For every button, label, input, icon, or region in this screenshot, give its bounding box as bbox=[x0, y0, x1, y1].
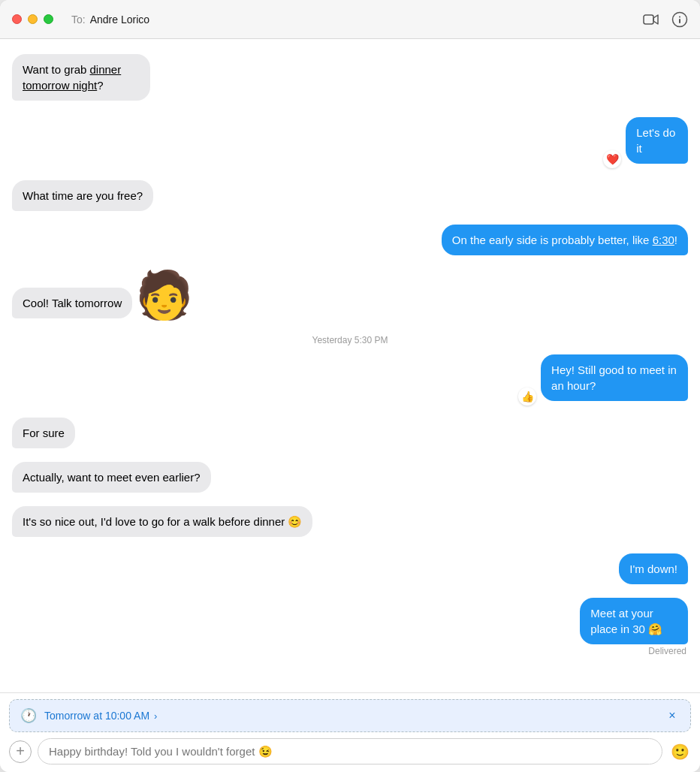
message-bubble[interactable]: Want to grab dinner tomorrow night? bbox=[12, 54, 150, 101]
info-button[interactable] bbox=[671, 11, 688, 28]
message-bubble[interactable]: It's so nice out, I'd love to go for a w… bbox=[12, 506, 312, 537]
message-bubble[interactable]: I'm down! bbox=[619, 553, 688, 584]
to-label: To: bbox=[71, 14, 86, 26]
message-bubble[interactable]: Hey! Still good to meet in an hour? bbox=[541, 354, 688, 401]
message-bubble[interactable]: What time are you free? bbox=[12, 180, 153, 211]
message-input[interactable] bbox=[38, 738, 662, 764]
chat-area: Want to grab dinner tomorrow night? ❤️ L… bbox=[0, 39, 700, 692]
minimize-button[interactable] bbox=[28, 14, 38, 24]
clock-icon: 🕐 bbox=[20, 707, 37, 724]
input-row: + 🙂 bbox=[9, 738, 691, 764]
incoming-stack: Want to grab dinner tomorrow night? bbox=[12, 54, 216, 101]
message-row: Actually, want to meet even earlier? bbox=[12, 462, 688, 493]
traffic-lights bbox=[12, 14, 53, 24]
close-button[interactable] bbox=[12, 14, 22, 24]
scheduled-left: 🕐 Tomorrow at 10:00 AM › bbox=[20, 707, 157, 724]
message-row: For sure bbox=[12, 418, 688, 448]
add-icon: + bbox=[16, 743, 25, 760]
timestamp: Yesterday 5:30 PM bbox=[12, 335, 688, 345]
chevron-icon: › bbox=[154, 710, 157, 722]
message-row: Cool! Talk tomorrow 🧑 bbox=[12, 272, 688, 318]
emoji-button[interactable]: 🙂 bbox=[668, 740, 691, 763]
dinner-link[interactable]: dinner tomorrow night bbox=[23, 63, 121, 92]
input-area: 🕐 Tomorrow at 10:00 AM › × + 🙂 bbox=[0, 692, 700, 772]
message-row: 👍 Hey! Still good to meet in an hour? bbox=[12, 354, 688, 401]
outgoing-stack: 👍 Hey! Still good to meet in an hour? bbox=[472, 354, 688, 401]
titlebar-actions bbox=[643, 11, 688, 28]
svg-point-2 bbox=[679, 16, 680, 17]
time-link[interactable]: 6:30 bbox=[653, 234, 674, 246]
outgoing-stack: ❤️ Let's do it bbox=[596, 117, 688, 164]
thumbsup-tapback: 👍 bbox=[518, 388, 536, 406]
add-button[interactable]: + bbox=[9, 740, 32, 763]
message-row: Meet at your place in 30 🤗 Delivered bbox=[12, 598, 688, 656]
scheduled-time[interactable]: Tomorrow at 10:00 AM › bbox=[44, 710, 157, 722]
message-bubble[interactable]: Let's do it bbox=[626, 117, 688, 164]
outgoing-stack: Meet at your place in 30 🤗 Delivered bbox=[530, 598, 688, 656]
svg-rect-3 bbox=[679, 19, 680, 23]
message-bubble[interactable]: On the early side is probably better, li… bbox=[442, 225, 688, 255]
titlebar: To: Andre Lorico bbox=[0, 0, 700, 39]
message-bubble[interactable]: Meet at your place in 30 🤗 bbox=[580, 598, 688, 644]
close-scheduled-button[interactable]: × bbox=[665, 708, 680, 723]
fullscreen-button[interactable] bbox=[44, 14, 53, 24]
delivered-label: Delivered bbox=[648, 646, 686, 656]
heart-tapback: ❤️ bbox=[603, 150, 621, 168]
message-row: On the early side is probably better, li… bbox=[12, 225, 688, 255]
memoji-sticker: 🧑 bbox=[135, 272, 193, 318]
contact-name[interactable]: Andre Lorico bbox=[90, 14, 149, 26]
messages-window: To: Andre Lorico bbox=[0, 0, 700, 772]
scheduled-banner: 🕐 Tomorrow at 10:00 AM › × bbox=[9, 699, 691, 732]
svg-rect-0 bbox=[644, 15, 653, 24]
video-call-button[interactable] bbox=[643, 11, 659, 28]
message-row: What time are you free? bbox=[12, 180, 688, 211]
scheduled-time-text: Tomorrow at 10:00 AM bbox=[44, 710, 149, 722]
emoji-icon: 🙂 bbox=[671, 743, 689, 761]
message-row: It's so nice out, I'd love to go for a w… bbox=[12, 506, 688, 537]
message-row: Want to grab dinner tomorrow night? bbox=[12, 54, 688, 101]
message-row: ❤️ Let's do it bbox=[12, 117, 688, 164]
message-bubble[interactable]: Actually, want to meet even earlier? bbox=[12, 462, 211, 493]
message-bubble[interactable]: For sure bbox=[12, 418, 75, 448]
message-bubble[interactable]: Cool! Talk tomorrow bbox=[12, 288, 132, 318]
message-row: I'm down! bbox=[12, 553, 688, 584]
